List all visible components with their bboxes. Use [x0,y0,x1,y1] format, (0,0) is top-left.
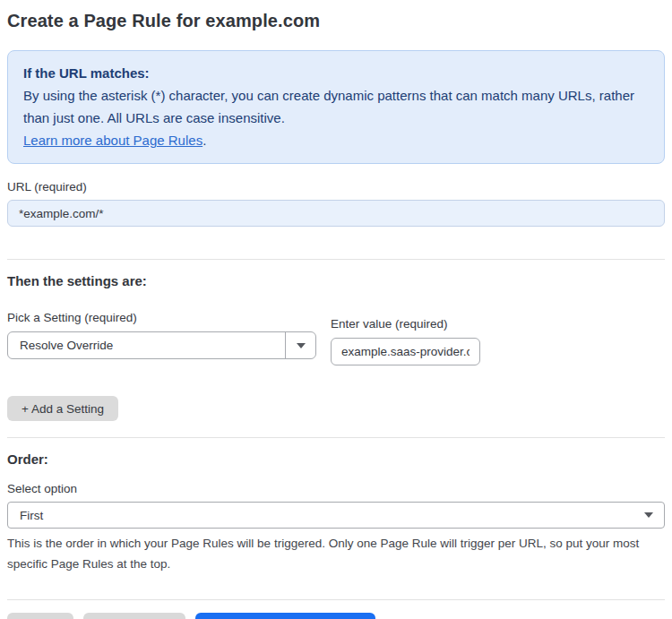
order-select-label: Select option [7,482,665,495]
settings-row: Pick a Setting (required) Resolve Overri… [7,311,665,365]
setting-value-input[interactable] [331,338,480,365]
url-field-label: URL (required) [7,180,665,193]
order-select[interactable]: First [7,502,665,529]
settings-section-heading: Then the settings are: [7,273,665,288]
setting-value-column: Enter value (required) [331,311,480,365]
chevron-down-icon [644,512,653,518]
info-box-heading: If the URL matches: [23,62,649,84]
setting-picker-label: Pick a Setting (required) [7,311,316,324]
info-box-link-line: Learn more about Page Rules. [23,129,649,151]
setting-picker-arrow-button[interactable] [285,332,315,358]
divider [7,437,665,438]
chevron-down-icon [297,343,306,348]
save-as-draft-button[interactable]: Save as Draft [83,613,185,619]
order-section-heading: Order: [7,451,665,467]
divider [7,259,665,260]
save-and-deploy-button[interactable]: Save and Deploy Page Rule [195,613,376,619]
page-title: Create a Page Rule for example.com [7,11,665,31]
url-input[interactable] [7,200,665,227]
order-selected-value: First [8,509,644,522]
link-suffix: . [202,133,206,148]
setting-picker-column: Pick a Setting (required) Resolve Overri… [7,311,316,365]
action-button-row: Cancel Save as Draft Save and Deploy Pag… [7,613,665,619]
create-page-rule-panel: Create a Page Rule for example.com If th… [0,0,672,619]
setting-picker-select[interactable]: Resolve Override [7,331,316,359]
cancel-button[interactable]: Cancel [7,613,73,619]
add-setting-button[interactable]: + Add a Setting [7,396,118,421]
setting-picker-selected-value: Resolve Override [8,339,285,352]
order-help-text: This is the order in which your Page Rul… [7,533,665,574]
divider [7,599,665,600]
order-select-arrow [644,512,664,518]
url-match-info-box: If the URL matches: By using the asteris… [7,50,665,164]
learn-more-link[interactable]: Learn more about Page Rules [23,133,202,148]
setting-value-label: Enter value (required) [331,317,480,331]
info-box-body: By using the asterisk (*) character, you… [23,84,649,129]
